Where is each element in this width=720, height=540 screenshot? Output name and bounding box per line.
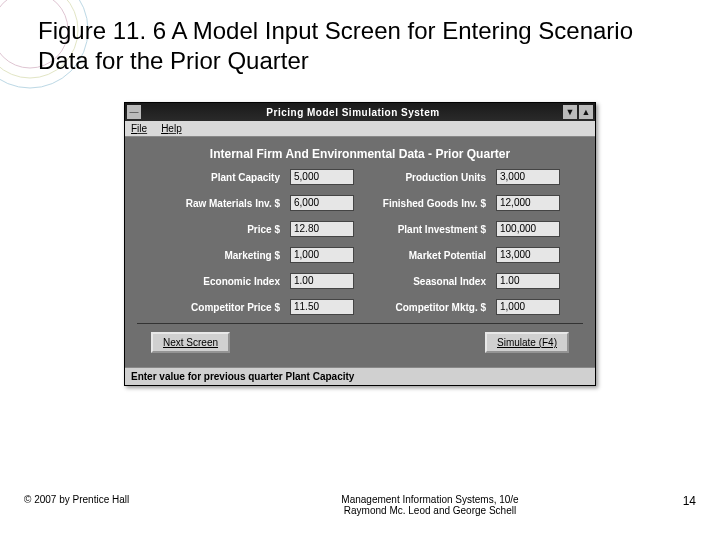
- input-plant-capacity[interactable]: 5,000: [290, 169, 354, 185]
- input-marketing[interactable]: 1,000: [290, 247, 354, 263]
- label-plant-investment: Plant Investment $: [364, 224, 486, 235]
- input-seasonal-index[interactable]: 1.00: [496, 273, 560, 289]
- menu-help[interactable]: Help: [161, 123, 182, 134]
- label-market-potential: Market Potential: [364, 250, 486, 261]
- input-market-potential[interactable]: 13,000: [496, 247, 560, 263]
- label-marketing: Marketing $: [160, 250, 280, 261]
- label-competitor-price: Competitor Price $: [160, 302, 280, 313]
- menubar: File Help: [125, 121, 595, 137]
- label-price: Price $: [160, 224, 280, 235]
- label-finished-goods: Finished Goods Inv. $: [364, 198, 486, 209]
- input-competitor-price[interactable]: 11.50: [290, 299, 354, 315]
- slide-title: Figure 11. 6 A Model Input Screen for En…: [38, 16, 690, 76]
- status-text: Enter value for previous quarter Plant C…: [131, 371, 354, 382]
- minimize-icon[interactable]: ▼: [563, 105, 577, 119]
- next-screen-button[interactable]: Next Screen: [151, 332, 230, 353]
- label-plant-capacity: Plant Capacity: [160, 172, 280, 183]
- slide-footer: © 2007 by Prentice Hall Management Infor…: [24, 494, 696, 516]
- button-row: Next Screen Simulate (F4): [137, 323, 583, 361]
- footer-copyright: © 2007 by Prentice Hall: [24, 494, 224, 505]
- menu-file[interactable]: File: [131, 123, 147, 134]
- footer-book: Management Information Systems, 10/e: [224, 494, 636, 505]
- label-raw-materials: Raw Materials Inv. $: [160, 198, 280, 209]
- window-title: Pricing Model Simulation System: [145, 107, 561, 118]
- input-plant-investment[interactable]: 100,000: [496, 221, 560, 237]
- label-economic-index: Economic Index: [160, 276, 280, 287]
- label-production-units: Production Units: [364, 172, 486, 183]
- statusbar: Enter value for previous quarter Plant C…: [125, 367, 595, 385]
- footer-pagenum: 14: [636, 494, 696, 508]
- input-finished-goods[interactable]: 12,000: [496, 195, 560, 211]
- footer-center: Management Information Systems, 10/e Ray…: [224, 494, 636, 516]
- app-window: — Pricing Model Simulation System ▼ ▲ Fi…: [124, 102, 596, 386]
- system-menu-icon[interactable]: —: [127, 105, 141, 119]
- maximize-icon[interactable]: ▲: [579, 105, 593, 119]
- label-competitor-mktg: Competitor Mktg. $: [364, 302, 486, 313]
- client-area: Internal Firm And Environmental Data - P…: [125, 137, 595, 367]
- input-competitor-mktg[interactable]: 1,000: [496, 299, 560, 315]
- simulate-button[interactable]: Simulate (F4): [485, 332, 569, 353]
- footer-authors: Raymond Mc. Leod and George Schell: [224, 505, 636, 516]
- input-price[interactable]: 12.80: [290, 221, 354, 237]
- label-seasonal-index: Seasonal Index: [364, 276, 486, 287]
- input-raw-materials[interactable]: 6,000: [290, 195, 354, 211]
- input-production-units[interactable]: 3,000: [496, 169, 560, 185]
- panel-title: Internal Firm And Environmental Data - P…: [137, 147, 583, 161]
- field-grid: Plant Capacity 5,000 Production Units 3,…: [137, 169, 583, 315]
- input-economic-index[interactable]: 1.00: [290, 273, 354, 289]
- titlebar: — Pricing Model Simulation System ▼ ▲: [125, 103, 595, 121]
